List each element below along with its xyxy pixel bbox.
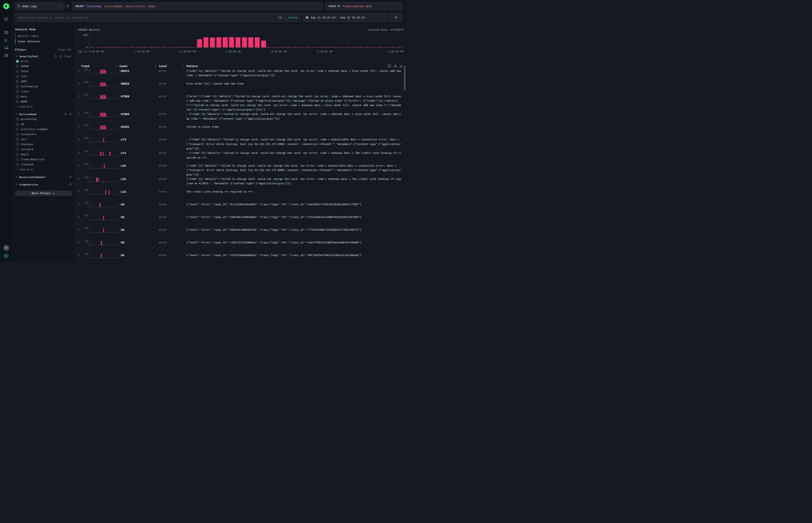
expand-row-icon[interactable] [78,95,81,97]
filter-option-accounting[interactable]: accounting [15,116,72,122]
more-filters-button[interactable]: More filters [15,191,72,196]
filter-option-artillery-loadgen[interactable]: artillery-loadgen [15,127,72,132]
histogram-bar[interactable] [261,40,266,48]
search-logs-icon[interactable] [4,31,8,35]
filter-option-email[interactable]: email [15,152,72,157]
filter-option-fatal[interactable]: fatal [15,69,72,74]
search-icon[interactable] [64,113,67,116]
clear-filter-button[interactable]: Clear [64,55,72,58]
pattern-row[interactable]: 60~116errorThe credit card (ending <*> e… [76,190,406,202]
filter-option-cainjector[interactable]: cainjector [15,132,72,137]
column-resize-handle[interactable] [117,65,117,68]
scrollbar-thumb[interactable] [404,66,405,90]
pattern-row[interactable]: 22K~95441errorFailed to place order [76,125,406,137]
expand-row-icon[interactable] [78,164,81,167]
histogram-bar[interactable] [197,39,202,48]
expand-row-icon[interactable] [78,241,81,244]
pattern-row[interactable]: 60~116error{"code":13,"details":"failed … [76,177,406,190]
expand-row-icon[interactable] [78,138,81,141]
expand-row-icon[interactable] [78,151,81,154]
pattern-row[interactable]: 60~58error{"level":"error","span_id":"6b… [76,228,406,240]
run-query-button[interactable] [389,13,403,22]
histogram-bar[interactable] [223,37,228,48]
checkbox-unchecked[interactable] [16,100,19,103]
mode-lucene-toggle[interactable]: Lucene [288,16,298,19]
checkbox-unchecked[interactable] [16,123,19,126]
filter-option-error[interactable]: ERROR [15,64,72,69]
filter-option-warn[interactable]: warn [15,94,72,99]
pattern-row[interactable]: 60~58error{"level":"error","span_id":"cd… [76,240,406,253]
code-view-icon[interactable] [388,64,391,68]
filter-option-fraud-detection[interactable]: fraud-detection [15,157,72,162]
pattern-row[interactable]: 22K~97069error×{"code":13,"details":"fai… [76,112,406,125]
checkbox-unchecked[interactable] [16,153,19,156]
checkbox-unchecked[interactable] [16,138,19,141]
search-input[interactable] [18,16,276,19]
expand-row-icon[interactable] [78,190,81,193]
checkbox-unchecked[interactable] [16,118,19,121]
checkbox-unchecked[interactable] [16,70,19,73]
wrap-text-icon[interactable] [394,64,397,68]
checkbox-unchecked[interactable] [16,143,19,146]
mode-sql-toggle[interactable]: SQL [278,16,283,19]
pattern-row[interactable]: 22K~98523error{"code":13,"details":"fail… [76,69,406,82]
histogram-bar[interactable] [235,37,241,48]
chevron-down-icon[interactable] [15,55,18,58]
checkbox-unchecked[interactable] [16,95,19,98]
expand-row-icon[interactable] [78,69,81,72]
pattern-row[interactable]: 120~116error{"code":13,"details":"failed… [76,163,406,177]
expand-row-icon[interactable] [78,216,81,218]
filter-option-cart[interactable]: cart [15,137,72,142]
expand-row-icon[interactable] [78,112,81,115]
clear-all-filters-button[interactable]: Clear all [58,48,72,51]
checkbox-unchecked[interactable] [16,148,19,151]
order-by-input[interactable]: ORDER BY TimestampTime DESC [325,2,403,10]
load-more-button[interactable]: Show more [15,167,72,172]
expand-row-icon[interactable] [78,82,81,85]
user-avatar[interactable]: U [3,253,9,259]
checkbox-unchecked[interactable] [16,90,19,93]
checkbox-unchecked[interactable] [16,85,19,88]
pin-icon[interactable] [69,176,72,179]
pattern-row[interactable]: 60~58error{"level":"error","span_id":"0c… [76,202,406,215]
pin-icon[interactable] [69,113,72,116]
column-header-count[interactable]: Count [119,65,159,68]
analysis-mode-item-event-patterns[interactable]: Event Patterns [15,39,72,44]
pattern-row[interactable]: 180~174error×{"code":13,"details":"faile… [76,137,406,151]
download-icon[interactable] [400,64,403,68]
checkbox-unchecked[interactable] [16,128,19,131]
search-icon[interactable] [54,55,57,58]
checkbox-unchecked[interactable] [16,75,19,78]
sessions-icon[interactable] [4,46,8,50]
datasource-select[interactable]: Demo Logs [15,2,65,10]
app-logo-icon[interactable] [3,3,10,11]
checkbox-unchecked[interactable] [16,163,19,166]
chevron-right-icon[interactable] [15,176,18,179]
filter-option-information[interactable]: Information [15,84,72,89]
results-histogram[interactable]: 80K0Sep 11 3:30:00 PM7:30:00 PM11:00:00 … [78,32,404,55]
histogram-bar[interactable] [242,37,247,48]
pin-icon[interactable] [59,55,62,58]
histogram-bar[interactable] [204,37,208,48]
filter-group-header[interactable]: ResourceSchemaUrl [15,175,72,179]
pattern-row[interactable]: 60~174error×{"code":13,"details":"failed… [76,151,406,163]
expand-row-icon[interactable] [78,203,81,206]
sidebar-toggle-icon[interactable] [4,17,8,21]
filter-option-frontend[interactable]: frontend [15,162,72,167]
select-query-input[interactable]: SELECT Timestamp, ServiceName, SeverityT… [72,2,323,10]
filter-option-error[interactable]: error [15,59,72,64]
histogram-bar[interactable] [248,37,253,48]
filter-group-header[interactable]: SeverityTextClear [15,54,72,59]
pattern-row[interactable]: 60~58error{"level":"error","span_id":"33… [76,253,406,262]
checkbox-unchecked[interactable] [16,158,19,161]
expand-row-icon[interactable] [78,125,81,128]
filter-option-currency[interactable]: currency [15,147,72,152]
checkbox-unchecked[interactable] [16,80,19,83]
column-header-pattern[interactable]: Pattern [187,65,403,68]
checkbox-checked[interactable] [16,60,19,63]
analysis-mode-item-results-table[interactable]: Results Table [15,33,72,39]
pattern-row[interactable]: 60~58error{"level":"error","span_id":"eb… [76,215,406,228]
load-more-button[interactable]: Load more [15,104,72,109]
checkbox-unchecked[interactable] [16,133,19,136]
filter-option-ad[interactable]: ad [15,122,72,127]
